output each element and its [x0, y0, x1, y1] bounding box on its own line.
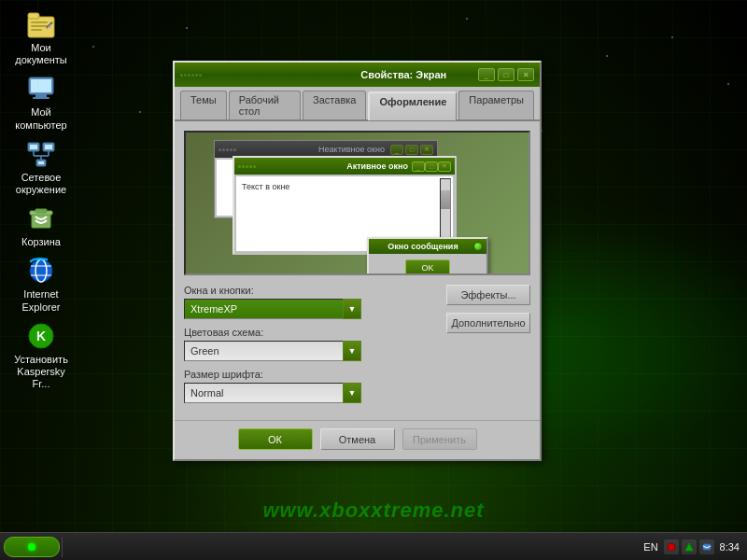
kaspersky-label: УстановитьKaspersky Fr...: [9, 354, 73, 391]
color-scheme-field-row: Green ▼: [184, 341, 530, 361]
svg-rect-22: [30, 211, 52, 215]
svg-rect-2: [31, 21, 48, 23]
close-button[interactable]: ✕: [517, 68, 534, 81]
preview-active-window: Активное окно _ □ ✕ Текст в окне: [233, 156, 457, 255]
svg-point-25: [35, 259, 47, 282]
properties-dialog: Свойства: Экран _ □ ✕ Темы Рабочий стол …: [173, 61, 542, 461]
desktop-icon-network[interactable]: Сетевоеокружение: [9, 139, 73, 196]
desktop-icon-ie[interactable]: InternetExplorer: [9, 256, 73, 313]
watermark: www.xboxxtreme.net: [0, 498, 747, 523]
svg-rect-11: [28, 143, 39, 151]
tab-desktop[interactable]: Рабочий стол: [229, 91, 301, 119]
tab-params[interactable]: Параметры: [458, 91, 534, 119]
windows-select-arrow[interactable]: ▼: [343, 299, 361, 319]
svg-rect-12: [30, 145, 37, 149]
taskbar-lang: EN: [643, 541, 657, 553]
msgbox-title-text: Окно сообщения: [373, 242, 473, 251]
svg-rect-1: [28, 13, 39, 19]
ie-label: InternetExplorer: [22, 288, 61, 313]
active-close-btn: ✕: [438, 161, 451, 172]
my-computer-label: Мойкомпьютер: [15, 106, 66, 131]
apply-button[interactable]: Применить: [402, 428, 477, 450]
taskbar-clock-area: EN 8:34: [643, 539, 747, 554]
svg-rect-9: [35, 94, 47, 97]
svg-rect-4: [31, 29, 42, 31]
effects-button[interactable]: Эффекты...: [446, 285, 530, 305]
font-size-label: Размер шрифта:: [184, 369, 530, 380]
cancel-button[interactable]: Отмена: [320, 428, 395, 450]
taskbar: EN 8:34: [0, 532, 747, 560]
my-computer-icon: [26, 74, 56, 104]
taskbar-tray-icons: [664, 539, 714, 554]
tray-icon-1: [664, 539, 679, 554]
desktop-icon-kaspersky[interactable]: K УстановитьKaspersky Fr...: [9, 321, 73, 391]
svg-rect-3: [31, 25, 48, 27]
svg-rect-13: [43, 143, 54, 151]
svg-rect-10: [33, 97, 49, 99]
kaspersky-icon: K: [26, 321, 56, 351]
svg-text:K: K: [36, 329, 46, 343]
ie-icon: [26, 256, 56, 286]
dialog-titlebar: Свойства: Экран _ □ ✕: [175, 63, 540, 87]
svg-rect-21: [32, 213, 50, 228]
advanced-button[interactable]: Дополнительно: [446, 313, 530, 333]
font-size-select-arrow[interactable]: ▼: [343, 383, 361, 403]
dialog-buttons: ОК Отмена Применить: [175, 420, 540, 459]
desktop-icon-recycle[interactable]: Корзина: [9, 203, 73, 248]
inactive-close-btn: ✕: [420, 145, 433, 155]
desktop-icon-my-documents[interactable]: Моидокументы: [9, 9, 73, 66]
inactive-window-title: Неактивное окно: [238, 145, 388, 154]
dialog-title: Свойства: Экран: [330, 69, 479, 80]
maximize-button[interactable]: □: [498, 68, 514, 81]
font-size-select-wrapper: Normal ▼: [184, 383, 361, 403]
desktop-icon-my-computer[interactable]: Мойкомпьютер: [9, 74, 73, 131]
tray-icon-2: [682, 539, 697, 554]
start-button[interactable]: [4, 537, 60, 557]
svg-rect-14: [45, 145, 52, 149]
svg-line-5: [47, 22, 52, 28]
tray-icon-3: [699, 539, 714, 554]
svg-rect-8: [31, 79, 51, 92]
start-button-pill: [28, 543, 35, 551]
svg-marker-6: [47, 22, 52, 28]
network-icon: [26, 139, 56, 169]
font-size-field-row: Normal ▼: [184, 383, 530, 403]
color-scheme-select[interactable]: Green: [184, 341, 361, 361]
tab-bar: Темы Рабочий стол Заставка Оформление Па…: [175, 87, 540, 121]
tab-themes[interactable]: Темы: [180, 91, 227, 119]
font-size-select[interactable]: Normal: [184, 383, 361, 403]
recycle-icon: [26, 203, 56, 233]
ok-button[interactable]: ОК: [238, 428, 313, 450]
title-decoration-left: [180, 74, 330, 77]
color-scheme-select-wrapper: Green ▼: [184, 341, 361, 361]
svg-rect-7: [29, 77, 53, 94]
active-window-title: Активное окно: [256, 161, 412, 171]
font-size-field-group: Размер шрифта: Normal ▼: [184, 369, 530, 403]
taskbar-divider: [62, 537, 69, 557]
title-buttons: _ □ ✕: [478, 68, 534, 81]
fields-area: Окна и кнопки: XtremeXP ▼ Цветовая схема…: [184, 285, 530, 403]
svg-rect-19: [36, 160, 46, 166]
preview-active-title: Активное окно _ □ ✕: [234, 158, 455, 175]
inactive-title-dots: [218, 148, 236, 151]
tab-screensaver[interactable]: Заставка: [303, 91, 366, 119]
active-window-body: Текст в окне Окно сообщения OK: [236, 176, 453, 251]
windows-select[interactable]: XtremeXP: [184, 299, 361, 319]
minimize-button[interactable]: _: [478, 68, 495, 81]
network-label: Сетевоеокружение: [16, 172, 66, 196]
svg-rect-23: [35, 209, 47, 213]
msgbox-icon: [473, 242, 483, 251]
preview-message-box: Окно сообщения OK: [367, 237, 488, 275]
active-max-btn: □: [425, 161, 438, 172]
active-min-btn: _: [412, 161, 425, 172]
my-documents-icon: [26, 9, 56, 39]
svg-point-24: [30, 259, 52, 282]
svg-rect-0: [28, 17, 54, 37]
color-scheme-select-arrow[interactable]: ▼: [343, 341, 361, 361]
active-title-dots: [238, 165, 256, 168]
msgbox-title: Окно сообщения: [369, 239, 486, 254]
tab-appearance[interactable]: Оформление: [368, 91, 457, 120]
svg-point-28: [29, 324, 53, 348]
msgbox-ok-button: OK: [405, 259, 449, 275]
inactive-max-btn: □: [405, 145, 418, 155]
